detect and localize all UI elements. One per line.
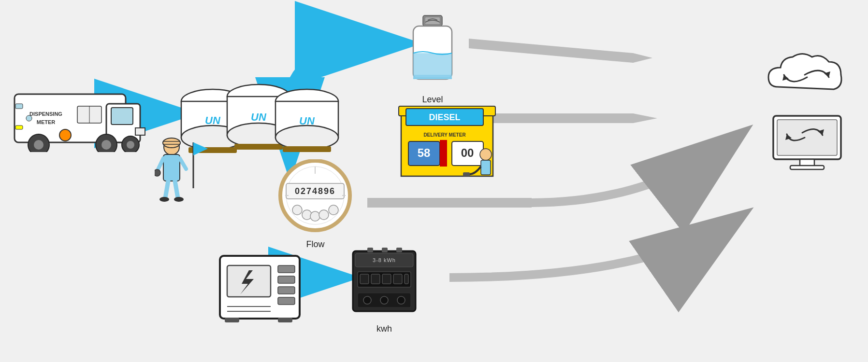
- kwh-label: kwh: [376, 324, 392, 334]
- svg-marker-10: [367, 198, 532, 208]
- flow-meter-element: 0274896 Flow: [271, 159, 360, 250]
- svg-point-85: [329, 205, 338, 215]
- svg-rect-99: [278, 318, 292, 322]
- svg-text:3-8 kWh: 3-8 kWh: [373, 257, 396, 263]
- svg-point-111: [380, 296, 388, 304]
- svg-rect-107: [393, 274, 402, 284]
- svg-rect-113: [367, 248, 373, 252]
- svg-line-52: [180, 158, 186, 169]
- svg-line-54: [165, 181, 168, 198]
- svg-marker-9: [633, 113, 657, 123]
- svg-rect-104: [360, 274, 369, 284]
- diagram-container: DISPENSING METER UN U: [0, 0, 868, 362]
- generator-icon: [215, 246, 307, 328]
- svg-text:METER: METER: [37, 119, 56, 125]
- svg-marker-46: [193, 142, 208, 155]
- worker-element: [155, 135, 213, 208]
- svg-text:UN: UN: [299, 115, 315, 127]
- svg-rect-108: [405, 274, 408, 284]
- svg-rect-98: [225, 318, 239, 322]
- svg-rect-59: [425, 17, 440, 24]
- svg-rect-75: [481, 160, 491, 175]
- kwh-meter-icon: 3-8 kWh: [348, 244, 420, 321]
- svg-rect-94: [278, 287, 295, 294]
- svg-rect-27: [15, 125, 23, 129]
- svg-point-83: [310, 211, 320, 221]
- svg-point-74: [480, 149, 492, 160]
- svg-text:UN: UN: [251, 111, 267, 123]
- kwh-meter-element: 3-8 kWh kwh: [348, 244, 420, 334]
- svg-rect-76: [463, 172, 470, 176]
- svg-point-84: [319, 210, 329, 220]
- svg-rect-50: [163, 154, 180, 181]
- svg-point-24: [59, 129, 71, 141]
- svg-rect-49: [163, 141, 180, 144]
- svg-point-81: [292, 205, 302, 215]
- svg-rect-73: [440, 140, 447, 167]
- svg-rect-44: [283, 146, 331, 152]
- svg-text:DISPENSING: DISPENSING: [29, 111, 62, 117]
- svg-rect-106: [382, 274, 391, 284]
- svg-text:DIESEL: DIESEL: [429, 112, 460, 122]
- svg-point-25: [26, 115, 32, 121]
- svg-point-19: [101, 140, 111, 150]
- svg-rect-114: [382, 248, 388, 252]
- svg-text:DELIVERY METER: DELIVERY METER: [423, 132, 466, 138]
- svg-rect-92: [278, 265, 295, 273]
- svg-rect-63: [414, 75, 451, 79]
- svg-rect-26: [15, 104, 23, 109]
- svg-rect-115: [396, 248, 402, 252]
- svg-point-110: [363, 296, 371, 304]
- svg-text:58: 58: [418, 146, 431, 159]
- diesel-station-element: DIESEL DELIVERY METER 58 00: [396, 84, 503, 181]
- svg-point-56: [159, 197, 169, 202]
- level-icon: [401, 14, 464, 92]
- svg-rect-14: [111, 108, 133, 125]
- cloud-monitor-icon: [759, 48, 855, 174]
- svg-marker-6: [469, 39, 633, 63]
- flow-label: Flow: [306, 239, 324, 250]
- diesel-station-icon: DIESEL DELIVERY METER 58 00: [396, 84, 503, 181]
- svg-text:00: 00: [461, 146, 474, 159]
- svg-rect-121: [790, 166, 824, 169]
- svg-marker-7: [633, 53, 652, 63]
- flow-meter-icon: 0274896: [271, 159, 360, 237]
- svg-rect-105: [371, 274, 380, 284]
- truck-icon: DISPENSING METER: [10, 70, 150, 152]
- svg-rect-39: [234, 144, 283, 150]
- svg-point-21: [127, 141, 134, 149]
- svg-text:UN: UN: [205, 114, 221, 126]
- worker-icon: [155, 135, 213, 208]
- svg-point-17: [34, 140, 43, 150]
- svg-point-53: [155, 169, 160, 176]
- svg-rect-93: [278, 276, 295, 283]
- svg-point-112: [397, 296, 405, 304]
- svg-line-55: [175, 181, 178, 198]
- svg-point-42: [275, 125, 338, 150]
- generator-element: [215, 246, 307, 328]
- svg-point-57: [174, 197, 184, 202]
- svg-rect-15: [135, 128, 145, 135]
- svg-rect-95: [278, 297, 295, 305]
- cloud-sync-element: [759, 48, 855, 174]
- svg-text:0274896: 0274896: [295, 186, 335, 196]
- truck-element: DISPENSING METER: [10, 70, 150, 152]
